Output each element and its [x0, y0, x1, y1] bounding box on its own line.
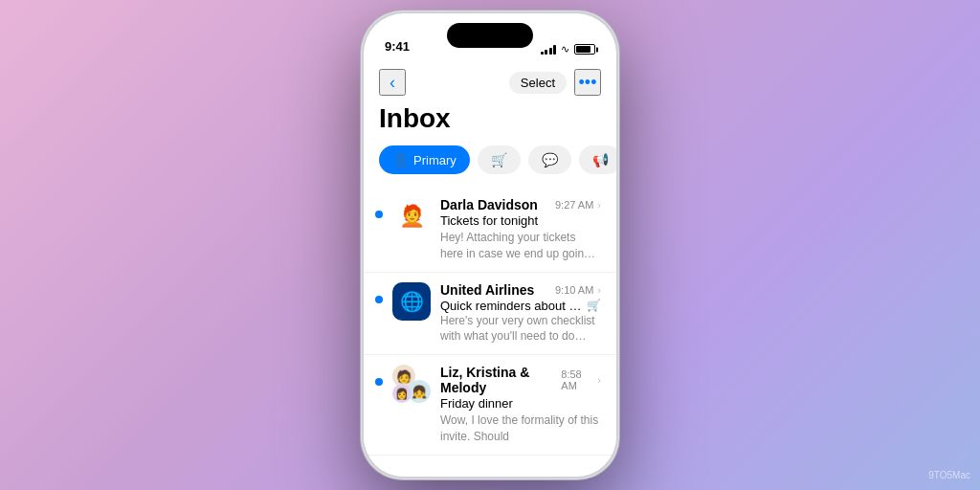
chevron-right-icon-3: ›	[597, 374, 601, 386]
email-time-row-3: 8:58 AM ›	[561, 368, 601, 391]
unread-dot-1	[375, 211, 383, 218]
tab-shopping[interactable]: 🛒	[478, 145, 521, 174]
chevron-right-icon-1: ›	[597, 199, 601, 211]
avatar-united: 🌐	[392, 282, 431, 321]
email-subject-1: Tickets for tonight	[440, 213, 601, 228]
filter-tabs: 👤 Primary 🛒 💬 📢	[364, 145, 616, 188]
email-time-2: 9:10 AM	[555, 284, 593, 296]
more-button[interactable]: •••	[574, 69, 601, 96]
unread-dot-2	[375, 296, 383, 303]
ellipsis-icon: •••	[579, 73, 597, 93]
email-subject-text-2: Quick reminders about your upcoming...	[440, 299, 583, 313]
phone-outer: 9:41 ∿ ‹	[361, 11, 619, 479]
email-preview-2: Here's your very own checklist with what…	[440, 313, 601, 345]
battery-icon	[574, 44, 595, 55]
tab-promotions[interactable]: 📢	[579, 145, 616, 174]
select-button[interactable]: Select	[509, 72, 567, 94]
email-time-row-2: 9:10 AM ›	[555, 284, 601, 296]
chevron-right-icon-2: ›	[597, 284, 601, 296]
email-body-2: United Airlines 9:10 AM › Quick reminder…	[440, 282, 601, 345]
email-item-3[interactable]: 🧑 👧 👩 Liz, Kristina & Melody 8:58 AM ›	[364, 355, 616, 456]
email-sender-3: Liz, Kristina & Melody	[440, 365, 561, 395]
email-subject-2: Quick reminders about your upcoming... 🛒	[440, 299, 601, 313]
email-header-1: Darla Davidson 9:27 AM ›	[440, 197, 601, 212]
email-item-1[interactable]: 🧑‍🦰 Darla Davidson 9:27 AM › Tickets for…	[364, 188, 616, 273]
promo-icon: 📢	[592, 152, 609, 167]
app-content: ‹ Select ••• Inbox 👤 Primary 🛒	[364, 61, 616, 477]
watermark: 9TO5Mac	[928, 470, 970, 480]
email-body-3: Liz, Kristina & Melody 8:58 AM › Friday …	[440, 365, 601, 445]
email-sender-2: United Airlines	[440, 282, 534, 298]
tab-primary[interactable]: 👤 Primary	[379, 145, 470, 174]
avatar-group: 🧑 👧 👩	[392, 365, 431, 403]
tab-primary-label: Primary	[413, 153, 457, 167]
nav-actions: Select •••	[509, 69, 601, 96]
email-preview-3: Wow, I love the formality of this invite…	[440, 412, 601, 445]
dynamic-island	[447, 23, 533, 48]
chat-icon: 💬	[542, 152, 558, 167]
email-preview-1: Hey! Attaching your tickets here in case…	[440, 230, 601, 262]
tab-transactions[interactable]: 💬	[528, 145, 571, 174]
globe-icon: 🌐	[400, 290, 424, 313]
email-sender-1: Darla Davidson	[440, 197, 538, 212]
avatar-darla: 🧑‍🦰	[392, 197, 431, 235]
email-header-3: Liz, Kristina & Melody 8:58 AM ›	[440, 365, 601, 395]
email-list: 🧑‍🦰 Darla Davidson 9:27 AM › Tickets for…	[364, 188, 616, 456]
avatar-melody: 👩	[392, 384, 412, 403]
cart-icon: 🛒	[491, 152, 507, 167]
shopping-tag-icon: 🛒	[587, 299, 601, 312]
phone-inner: 9:41 ∿ ‹	[364, 13, 616, 477]
email-time-row-1: 9:27 AM ›	[555, 199, 601, 211]
chevron-left-icon: ‹	[390, 73, 395, 93]
status-icons: ∿	[541, 43, 596, 56]
person-icon: 👤	[392, 152, 409, 167]
signal-bars-icon	[541, 44, 557, 55]
wifi-icon: ∿	[561, 43, 569, 56]
email-item-2[interactable]: 🌐 United Airlines 9:10 AM › Quick remind…	[364, 273, 616, 356]
email-header-2: United Airlines 9:10 AM ›	[440, 282, 601, 298]
back-button[interactable]: ‹	[379, 69, 406, 96]
email-body-1: Darla Davidson 9:27 AM › Tickets for ton…	[440, 197, 601, 262]
nav-bar: ‹ Select •••	[364, 61, 616, 100]
unread-dot-3	[375, 378, 383, 386]
email-time-3: 8:58 AM	[561, 368, 593, 391]
email-time-1: 9:27 AM	[555, 199, 593, 211]
status-time: 9:41	[385, 39, 410, 56]
inbox-title: Inbox	[364, 100, 616, 145]
email-subject-3: Friday dinner	[440, 396, 601, 411]
